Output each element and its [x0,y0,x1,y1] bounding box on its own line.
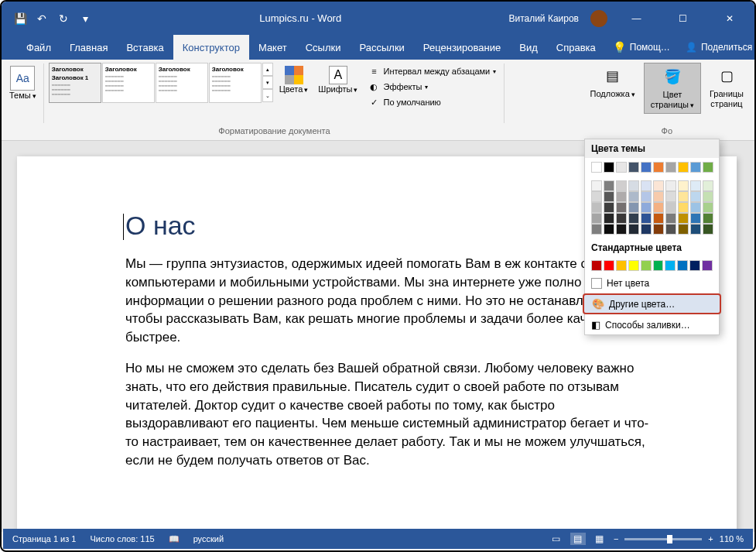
color-swatch[interactable] [604,202,614,213]
color-swatch[interactable] [604,213,614,224]
user-name[interactable]: Виталий Каиров [508,13,579,24]
color-swatch[interactable] [677,260,688,271]
spellcheck-icon[interactable]: 📖 [169,534,180,544]
tab-view[interactable]: Вид [510,35,547,60]
tab-layout[interactable]: Макет [249,35,296,60]
color-swatch[interactable] [703,180,713,191]
color-swatch[interactable] [703,202,713,213]
web-layout-icon[interactable]: ▦ [592,533,607,545]
color-swatch[interactable] [665,213,676,224]
color-swatch[interactable] [641,224,652,235]
theme-preview[interactable]: ЗаголовокЗаголовок 1━━━━━━━━━━━━━━━━━━ [49,63,101,103]
color-swatch[interactable] [678,162,689,173]
color-swatch[interactable] [678,202,689,213]
color-swatch[interactable] [653,213,664,224]
color-swatch[interactable] [690,202,701,213]
color-swatch[interactable] [628,224,639,235]
color-swatch[interactable] [703,213,713,224]
tab-review[interactable]: Рецензирование [414,35,510,60]
tab-file[interactable]: Файл [17,35,60,60]
color-swatch[interactable] [690,224,701,235]
language-indicator[interactable]: русский [193,534,224,543]
color-swatch[interactable] [591,162,602,173]
maximize-button[interactable]: ☐ [665,7,700,30]
more-colors-item[interactable]: 🎨Другие цвета… [583,293,721,314]
themes-button[interactable]: Aa Темы [6,63,39,103]
color-swatch[interactable] [665,162,676,173]
color-swatch[interactable] [653,162,664,173]
tab-home[interactable]: Главная [60,35,117,60]
color-swatch[interactable] [653,260,664,271]
color-swatch[interactable] [591,213,602,224]
no-color-item[interactable]: Нет цвета [585,274,719,293]
tab-mailings[interactable]: Рассылки [350,35,413,60]
zoom-slider[interactable] [624,538,702,540]
color-swatch[interactable] [703,191,713,202]
colors-button[interactable]: Цвета [275,63,313,97]
effects-button[interactable]: ◐Эффекты▾ [368,80,496,94]
color-swatch[interactable] [665,202,676,213]
color-swatch[interactable] [616,213,627,224]
color-swatch[interactable] [665,260,676,271]
theme-preview[interactable]: Заголовок━━━━━━━━━━━━━━━━━━━━━━━━ [209,63,262,103]
color-swatch[interactable] [616,202,627,213]
color-swatch[interactable] [604,162,614,173]
color-swatch[interactable] [690,191,701,202]
color-swatch[interactable] [628,162,639,173]
color-swatch[interactable] [616,180,627,191]
color-swatch[interactable] [665,180,676,191]
color-swatch[interactable] [628,180,639,191]
user-avatar[interactable] [590,10,607,27]
color-swatch[interactable] [628,213,639,224]
color-swatch[interactable] [665,224,676,235]
color-swatch[interactable] [616,191,627,202]
color-swatch[interactable] [604,191,614,202]
document-paragraph[interactable]: Но мы не сможем это сделать без Вашей об… [125,359,659,470]
color-swatch[interactable] [628,260,639,271]
color-swatch[interactable] [591,260,602,271]
color-swatch[interactable] [591,224,602,235]
color-swatch[interactable] [591,202,602,213]
fill-effects-item[interactable]: ◧Способы заливки… [585,315,719,334]
color-swatch[interactable] [690,213,701,224]
color-swatch[interactable] [689,260,700,271]
close-button[interactable]: ✕ [712,7,747,30]
page-indicator[interactable]: Страница 1 из 1 [12,534,76,543]
color-swatch[interactable] [703,162,713,173]
color-swatch[interactable] [653,224,664,235]
tab-help[interactable]: Справка [547,35,605,60]
color-swatch[interactable] [702,260,713,271]
gallery-up-icon[interactable]: ▴ [262,63,273,76]
color-swatch[interactable] [653,191,664,202]
zoom-in-button[interactable]: + [708,534,713,543]
document-paragraph[interactable]: Мы — группа энтузиастов, одержимых идеей… [125,255,659,347]
tab-insert[interactable]: Вставка [117,35,173,60]
color-swatch[interactable] [641,202,652,213]
page-color-button[interactable]: 🪣 Цвет страницы [644,63,701,114]
color-swatch[interactable] [641,213,652,224]
print-layout-icon[interactable]: ▤ [570,533,586,545]
color-swatch[interactable] [653,180,664,191]
color-swatch[interactable] [641,162,652,173]
default-button[interactable]: ✓По умолчанию [368,95,496,109]
read-mode-icon[interactable]: ▭ [549,533,564,545]
share-button[interactable]: 👤Поделиться [678,42,756,53]
watermark-button[interactable]: ▤ Подложка [584,63,641,102]
undo-icon[interactable]: ↶ [35,12,49,26]
theme-gallery[interactable]: ЗаголовокЗаголовок 1━━━━━━━━━━━━━━━━━━ З… [49,63,273,103]
color-swatch[interactable] [678,191,689,202]
tab-design[interactable]: Конструктор [173,35,249,60]
color-swatch[interactable] [703,224,713,235]
color-swatch[interactable] [616,162,627,173]
theme-preview[interactable]: Заголовок━━━━━━━━━━━━━━━━━━━━━━━━ [156,63,208,103]
theme-preview[interactable]: Заголовок━━━━━━━━━━━━━━━━━━━━━━━━ [102,63,155,103]
color-swatch[interactable] [641,180,652,191]
gallery-down-icon[interactable]: ▾ [262,76,273,89]
color-swatch[interactable] [678,224,689,235]
color-swatch[interactable] [665,191,676,202]
color-swatch[interactable] [641,260,652,271]
color-swatch[interactable] [616,224,627,235]
zoom-level[interactable]: 110 % [720,534,744,543]
color-swatch[interactable] [616,260,627,271]
fonts-button[interactable]: A Шрифты [314,63,361,97]
